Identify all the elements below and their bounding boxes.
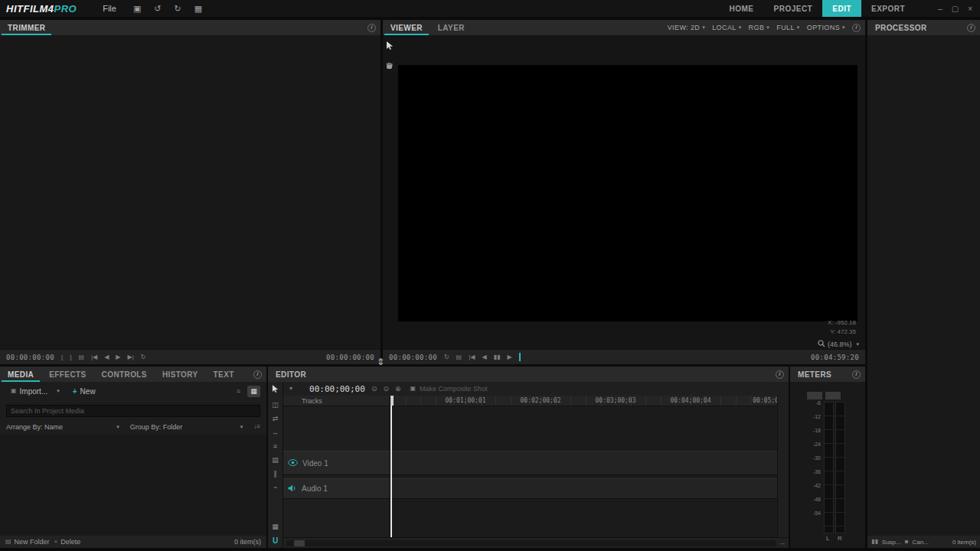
audio-track-lane[interactable] [390, 478, 777, 499]
timeline-ruler[interactable]: 00:01;00;01 00:02;00;02 00:03;00;03 00:0… [390, 396, 777, 406]
go-to-start-button[interactable]: |◀ [469, 354, 475, 360]
viewer-current-timecode[interactable]: 00:00:00:00 [389, 354, 437, 361]
info-icon[interactable]: i [253, 370, 262, 379]
hand-tool-icon[interactable] [385, 60, 394, 73]
snapping-toggle-icon[interactable]: U [273, 536, 278, 545]
rate-stretch-tool-icon[interactable]: ▤ [272, 456, 279, 464]
info-icon[interactable]: i [967, 24, 975, 32]
file-menu[interactable]: File [103, 4, 116, 13]
track-options-icon[interactable]: ▦ [272, 523, 279, 530]
db-scale-label: -18 [790, 428, 821, 433]
zoom-fit-icon[interactable]: ↔ [779, 540, 786, 546]
make-composite-shot-button[interactable]: ▣ Make Composite Shot [410, 385, 488, 393]
timeline-options-icon[interactable]: ▾ [289, 386, 292, 392]
nav-export[interactable]: EXPORT [861, 0, 915, 17]
slice-tool-icon[interactable]: ∥ [273, 470, 277, 478]
list-view-toggle[interactable]: ≡ [232, 386, 245, 397]
loop-button[interactable]: ↻ [444, 354, 449, 360]
editor-timecode[interactable]: 00:00;00;00 [309, 384, 365, 394]
import-dropdown-icon[interactable]: ▾ [57, 388, 60, 394]
zoom-control[interactable]: (46.8%) ▾ [818, 340, 859, 349]
new-folder-button[interactable]: ▤ New Folder [5, 538, 50, 546]
redo-icon[interactable]: ↻ [175, 4, 181, 14]
workspace-nav: HOME PROJECT EDIT EXPORT [720, 0, 916, 17]
scrollbar-thumb[interactable] [294, 540, 305, 546]
scrub-position-caret[interactable] [519, 353, 521, 361]
save-icon[interactable]: ▣ [133, 4, 141, 14]
delete-button[interactable]: × Delete [54, 538, 81, 546]
channel-dropdown[interactable]: RGB▾ [749, 24, 770, 31]
layout-icon[interactable]: ▦ [194, 4, 202, 14]
maximize-icon[interactable]: ▢ [952, 5, 959, 13]
slide-tool-icon[interactable]: ⇄ [273, 415, 279, 422]
cancel-button[interactable]: Can... [913, 539, 929, 546]
tab-viewer[interactable]: VIEWER [383, 20, 430, 35]
timeline-vertical-scrollbar[interactable] [777, 396, 789, 537]
export-frame-button[interactable]: ▤ [78, 354, 84, 360]
import-button[interactable]: ▣ Import... [6, 386, 52, 397]
tab-media[interactable]: MEDIA [0, 367, 41, 382]
nav-project[interactable]: PROJECT [764, 0, 823, 17]
timeline-area[interactable]: 00:01;00;01 00:02;00;02 00:03;00;03 00:0… [390, 396, 777, 537]
arrange-by-dropdown[interactable]: Arrange By: Name ▾ [6, 423, 119, 431]
timeline-horizontal-scrollbar[interactable] [286, 540, 776, 546]
mark-out-button[interactable]: ] [70, 354, 71, 360]
info-icon[interactable]: i [776, 370, 784, 379]
tab-controls[interactable]: CONTROLS [94, 367, 155, 382]
search-input[interactable] [6, 405, 260, 417]
rolling-edit-tool-icon[interactable]: ≡ [273, 442, 277, 450]
loop-button[interactable]: ↻ [141, 354, 146, 360]
video-track-lane[interactable] [390, 451, 777, 475]
play-button[interactable]: ▶ [507, 354, 511, 360]
space-dropdown[interactable]: LOCAL▾ [712, 24, 741, 31]
group-by-dropdown[interactable]: Group By: Folder ▾ [130, 423, 243, 431]
overwrite-mode-toggle[interactable]: ⊙ [383, 385, 389, 393]
speaker-icon[interactable] [288, 484, 297, 494]
previous-frame-button[interactable]: ◀ [482, 354, 486, 360]
tab-history[interactable]: HISTORY [155, 367, 206, 382]
editor-title: EDITOR [268, 370, 314, 379]
processor-task-list [867, 35, 980, 536]
sort-icon[interactable]: ↓≡ [253, 424, 260, 430]
playhead[interactable] [390, 396, 392, 537]
video-track-header[interactable]: Video 1 [283, 451, 390, 475]
eye-icon[interactable] [288, 459, 298, 468]
mark-in-button[interactable]: [ [61, 354, 63, 360]
tab-effects[interactable]: EFFECTS [41, 367, 93, 382]
snapshot-button[interactable]: ▤ [456, 354, 462, 360]
previous-frame-button[interactable]: ◀ [104, 354, 109, 360]
next-frame-button[interactable]: ▶| [127, 354, 133, 360]
select-tool-icon[interactable] [386, 40, 394, 54]
close-icon[interactable]: × [968, 5, 972, 13]
go-to-start-button[interactable]: |◀ [91, 354, 97, 360]
quality-dropdown[interactable]: FULL▾ [776, 24, 800, 31]
info-icon[interactable]: i [368, 24, 376, 32]
minimize-icon[interactable]: – [938, 5, 942, 13]
slip-tool-icon[interactable]: ◫ [272, 401, 279, 409]
nav-edit[interactable]: EDIT [822, 0, 861, 17]
playhead-follow-toggle[interactable]: ⊙ [371, 385, 377, 393]
ripple-edit-tool-icon[interactable]: ↔ [272, 429, 279, 436]
pause-button[interactable]: ▮▮ [494, 354, 501, 360]
info-icon[interactable]: i [852, 370, 861, 379]
audio-track-header[interactable]: Audio 1 [283, 478, 390, 499]
view-mode-dropdown[interactable]: VIEW: 2D▾ [668, 24, 705, 31]
play-button[interactable]: ▶ [116, 354, 120, 360]
suspend-button[interactable]: Susp... [882, 539, 901, 546]
tab-layer[interactable]: LAYER [430, 20, 472, 35]
select-tool-icon[interactable] [272, 385, 279, 395]
panel-resize-handle[interactable]: ⇕ [377, 357, 384, 367]
info-icon[interactable]: i [852, 24, 861, 32]
viewer-canvas[interactable] [398, 65, 858, 321]
grid-view-toggle[interactable]: ▦ [247, 386, 260, 397]
undo-icon[interactable]: ↺ [154, 4, 161, 14]
new-button[interactable]: + New [68, 386, 100, 397]
tab-trimmer[interactable]: TRIMMER [0, 20, 53, 35]
envelope-tool-icon[interactable]: ~ [273, 484, 277, 491]
tab-text[interactable]: TEXT [206, 367, 242, 382]
insert-mode-toggle[interactable]: ⊕ [395, 385, 401, 393]
options-dropdown[interactable]: OPTIONS▾ [807, 24, 845, 31]
nav-home[interactable]: HOME [720, 0, 764, 17]
playhead-handle[interactable] [390, 396, 394, 406]
trimmer-current-timecode[interactable]: 00:00:00:00 [6, 354, 54, 361]
